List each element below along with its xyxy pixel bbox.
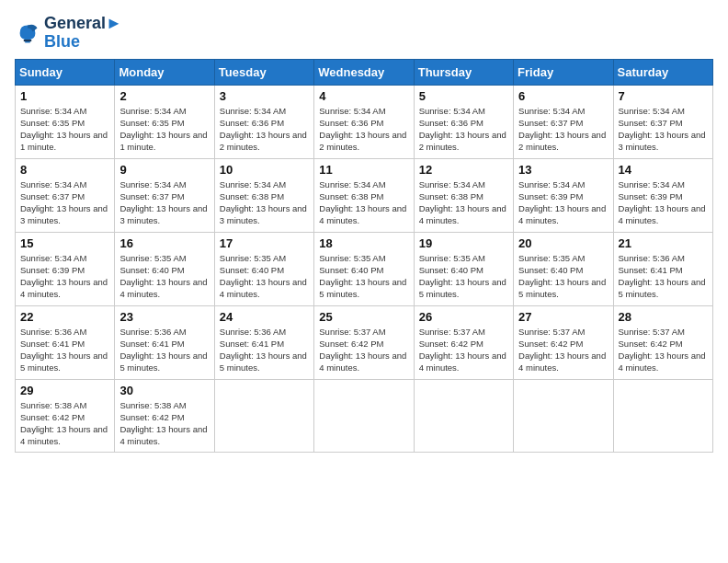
day-info: Sunrise: 5:35 AM Sunset: 6:40 PM Dayligh…: [419, 252, 508, 301]
calendar-header-friday: Friday: [514, 59, 613, 85]
day-number: 18: [319, 236, 408, 250]
calendar-cell: 14 Sunrise: 5:34 AM Sunset: 6:39 PM Dayl…: [613, 158, 712, 232]
day-info: Sunrise: 5:36 AM Sunset: 6:41 PM Dayligh…: [119, 326, 209, 374]
day-number: 17: [220, 236, 309, 250]
day-number: 23: [119, 310, 209, 324]
day-info: Sunrise: 5:34 AM Sunset: 6:39 PM Dayligh…: [518, 178, 608, 227]
day-number: 10: [220, 163, 309, 177]
day-number: 5: [419, 89, 508, 103]
calendar-header-sunday: Sunday: [16, 59, 115, 85]
day-number: 3: [220, 89, 309, 103]
day-info: Sunrise: 5:35 AM Sunset: 6:40 PM Dayligh…: [319, 252, 408, 301]
day-number: 20: [518, 236, 608, 250]
calendar-cell: 16 Sunrise: 5:35 AM Sunset: 6:40 PM Dayl…: [115, 232, 214, 305]
day-info: Sunrise: 5:34 AM Sunset: 6:35 PM Dayligh…: [119, 105, 209, 154]
header: General► Blue: [15, 15, 713, 52]
calendar-cell: 21 Sunrise: 5:36 AM Sunset: 6:41 PM Dayl…: [613, 232, 712, 305]
day-number: 29: [20, 384, 109, 397]
day-number: 11: [319, 163, 408, 177]
calendar-header-wednesday: Wednesday: [314, 59, 414, 85]
calendar-cell: 7 Sunrise: 5:34 AM Sunset: 6:37 PM Dayli…: [613, 85, 712, 158]
calendar-cell: 22 Sunrise: 5:36 AM Sunset: 6:41 PM Dayl…: [16, 305, 115, 379]
day-info: Sunrise: 5:34 AM Sunset: 6:38 PM Dayligh…: [319, 178, 408, 227]
svg-rect-1: [24, 40, 31, 41]
calendar-cell: 23 Sunrise: 5:36 AM Sunset: 6:41 PM Dayl…: [115, 305, 214, 379]
day-info: Sunrise: 5:35 AM Sunset: 6:40 PM Dayligh…: [220, 252, 309, 301]
day-info: Sunrise: 5:34 AM Sunset: 6:39 PM Dayligh…: [619, 178, 708, 227]
day-info: Sunrise: 5:35 AM Sunset: 6:40 PM Dayligh…: [518, 252, 608, 301]
calendar-cell: 28 Sunrise: 5:37 AM Sunset: 6:42 PM Dayl…: [613, 305, 712, 379]
day-number: 8: [20, 163, 109, 177]
day-info: Sunrise: 5:35 AM Sunset: 6:40 PM Dayligh…: [119, 252, 209, 301]
day-info: Sunrise: 5:37 AM Sunset: 6:42 PM Dayligh…: [518, 326, 608, 374]
calendar-cell: 4 Sunrise: 5:34 AM Sunset: 6:36 PM Dayli…: [314, 85, 414, 158]
calendar-cell: 5 Sunrise: 5:34 AM Sunset: 6:36 PM Dayli…: [414, 85, 513, 158]
calendar: SundayMondayTuesdayWednesdayThursdayFrid…: [15, 59, 713, 453]
calendar-week-1: 1 Sunrise: 5:34 AM Sunset: 6:35 PM Dayli…: [16, 85, 713, 158]
day-info: Sunrise: 5:34 AM Sunset: 6:38 PM Dayligh…: [220, 178, 309, 227]
calendar-cell: 3 Sunrise: 5:34 AM Sunset: 6:36 PM Dayli…: [214, 85, 313, 158]
day-info: Sunrise: 5:34 AM Sunset: 6:37 PM Dayligh…: [119, 178, 209, 227]
calendar-cell: 15 Sunrise: 5:34 AM Sunset: 6:39 PM Dayl…: [16, 232, 115, 305]
day-info: Sunrise: 5:34 AM Sunset: 6:35 PM Dayligh…: [20, 105, 109, 154]
day-info: Sunrise: 5:38 AM Sunset: 6:42 PM Dayligh…: [119, 399, 209, 448]
logo-text: General► Blue: [44, 15, 122, 52]
day-number: 6: [518, 89, 608, 103]
calendar-cell: 10 Sunrise: 5:34 AM Sunset: 6:38 PM Dayl…: [214, 158, 313, 232]
day-info: Sunrise: 5:36 AM Sunset: 6:41 PM Dayligh…: [220, 326, 309, 374]
day-info: Sunrise: 5:34 AM Sunset: 6:37 PM Dayligh…: [619, 105, 708, 154]
day-number: 28: [619, 310, 708, 324]
calendar-cell: 8 Sunrise: 5:34 AM Sunset: 6:37 PM Dayli…: [16, 158, 115, 232]
calendar-cell: [613, 379, 712, 452]
day-number: 26: [419, 310, 508, 324]
day-number: 4: [319, 89, 408, 103]
calendar-cell: 20 Sunrise: 5:35 AM Sunset: 6:40 PM Dayl…: [514, 232, 613, 305]
calendar-cell: 24 Sunrise: 5:36 AM Sunset: 6:41 PM Dayl…: [214, 305, 313, 379]
day-number: 9: [119, 163, 209, 177]
calendar-week-2: 8 Sunrise: 5:34 AM Sunset: 6:37 PM Dayli…: [16, 158, 713, 232]
day-info: Sunrise: 5:36 AM Sunset: 6:41 PM Dayligh…: [619, 252, 708, 301]
calendar-cell: 18 Sunrise: 5:35 AM Sunset: 6:40 PM Dayl…: [314, 232, 414, 305]
day-info: Sunrise: 5:34 AM Sunset: 6:36 PM Dayligh…: [419, 105, 508, 154]
calendar-cell: 11 Sunrise: 5:34 AM Sunset: 6:38 PM Dayl…: [314, 158, 414, 232]
calendar-cell: 13 Sunrise: 5:34 AM Sunset: 6:39 PM Dayl…: [514, 158, 613, 232]
calendar-week-5: 29 Sunrise: 5:38 AM Sunset: 6:42 PM Dayl…: [16, 379, 713, 452]
calendar-cell: 9 Sunrise: 5:34 AM Sunset: 6:37 PM Dayli…: [115, 158, 214, 232]
day-number: 27: [518, 310, 608, 324]
calendar-header-thursday: Thursday: [414, 59, 513, 85]
calendar-cell: 19 Sunrise: 5:35 AM Sunset: 6:40 PM Dayl…: [414, 232, 513, 305]
day-info: Sunrise: 5:38 AM Sunset: 6:42 PM Dayligh…: [20, 399, 109, 448]
calendar-week-3: 15 Sunrise: 5:34 AM Sunset: 6:39 PM Dayl…: [16, 232, 713, 305]
calendar-header-row: SundayMondayTuesdayWednesdayThursdayFrid…: [16, 59, 713, 85]
day-number: 1: [20, 89, 109, 103]
day-number: 12: [419, 163, 508, 177]
calendar-cell: 6 Sunrise: 5:34 AM Sunset: 6:37 PM Dayli…: [514, 85, 613, 158]
day-info: Sunrise: 5:36 AM Sunset: 6:41 PM Dayligh…: [20, 326, 109, 374]
day-number: 19: [419, 236, 508, 250]
day-number: 13: [518, 163, 608, 177]
day-number: 30: [119, 384, 209, 397]
calendar-header-saturday: Saturday: [613, 59, 712, 85]
calendar-cell: 30 Sunrise: 5:38 AM Sunset: 6:42 PM Dayl…: [115, 379, 214, 452]
day-number: 25: [319, 310, 408, 324]
day-info: Sunrise: 5:34 AM Sunset: 6:36 PM Dayligh…: [319, 105, 408, 154]
day-info: Sunrise: 5:34 AM Sunset: 6:38 PM Dayligh…: [419, 178, 508, 227]
day-number: 15: [20, 236, 109, 250]
day-info: Sunrise: 5:37 AM Sunset: 6:42 PM Dayligh…: [419, 326, 508, 374]
logo: General► Blue: [15, 15, 122, 52]
day-info: Sunrise: 5:34 AM Sunset: 6:37 PM Dayligh…: [518, 105, 608, 154]
calendar-cell: 25 Sunrise: 5:37 AM Sunset: 6:42 PM Dayl…: [314, 305, 414, 379]
day-number: 7: [619, 89, 708, 103]
day-number: 14: [619, 163, 708, 177]
calendar-cell: [214, 379, 313, 452]
day-info: Sunrise: 5:34 AM Sunset: 6:36 PM Dayligh…: [220, 105, 309, 154]
calendar-week-4: 22 Sunrise: 5:36 AM Sunset: 6:41 PM Dayl…: [16, 305, 713, 379]
calendar-cell: 26 Sunrise: 5:37 AM Sunset: 6:42 PM Dayl…: [414, 305, 513, 379]
calendar-cell: 2 Sunrise: 5:34 AM Sunset: 6:35 PM Dayli…: [115, 85, 214, 158]
day-info: Sunrise: 5:34 AM Sunset: 6:39 PM Dayligh…: [20, 252, 109, 301]
calendar-cell: 17 Sunrise: 5:35 AM Sunset: 6:40 PM Dayl…: [214, 232, 313, 305]
day-number: 2: [119, 89, 209, 103]
calendar-header-monday: Monday: [115, 59, 214, 85]
calendar-cell: 1 Sunrise: 5:34 AM Sunset: 6:35 PM Dayli…: [16, 85, 115, 158]
day-info: Sunrise: 5:34 AM Sunset: 6:37 PM Dayligh…: [20, 178, 109, 227]
